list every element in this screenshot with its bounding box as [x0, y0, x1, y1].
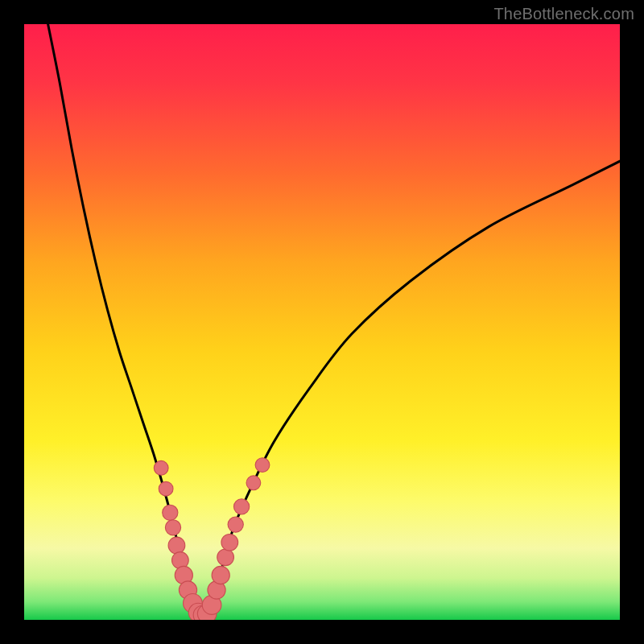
plot-area	[24, 24, 620, 620]
watermark-text: TheBottleneck.com	[493, 5, 634, 23]
highlight-dot	[212, 566, 229, 584]
highlight-dot	[159, 481, 173, 496]
chart-svg	[24, 24, 620, 620]
highlight-dot	[228, 517, 243, 532]
highlight-dot	[168, 537, 185, 554]
highlight-dot	[154, 460, 168, 475]
highlight-dot	[246, 476, 261, 490]
outer-frame: TheBottleneck.com	[0, 0, 644, 644]
highlight-dot	[221, 534, 238, 551]
highlight-dot	[255, 458, 270, 473]
highlight-dot	[233, 499, 249, 514]
highlight-dot	[217, 549, 234, 566]
highlight-dot	[163, 505, 178, 520]
highlight-dot	[165, 520, 180, 535]
gradient-background	[24, 24, 620, 620]
